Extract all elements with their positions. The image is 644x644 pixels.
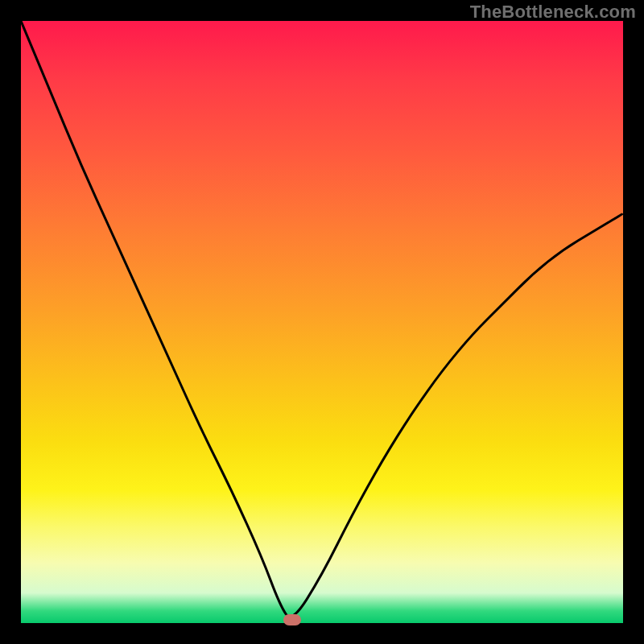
bottleneck-curve: [21, 21, 623, 623]
plot-area: [21, 21, 623, 623]
chart-frame: TheBottleneck.com: [0, 0, 644, 644]
balance-marker: [283, 614, 301, 625]
watermark-text: TheBottleneck.com: [470, 2, 636, 23]
